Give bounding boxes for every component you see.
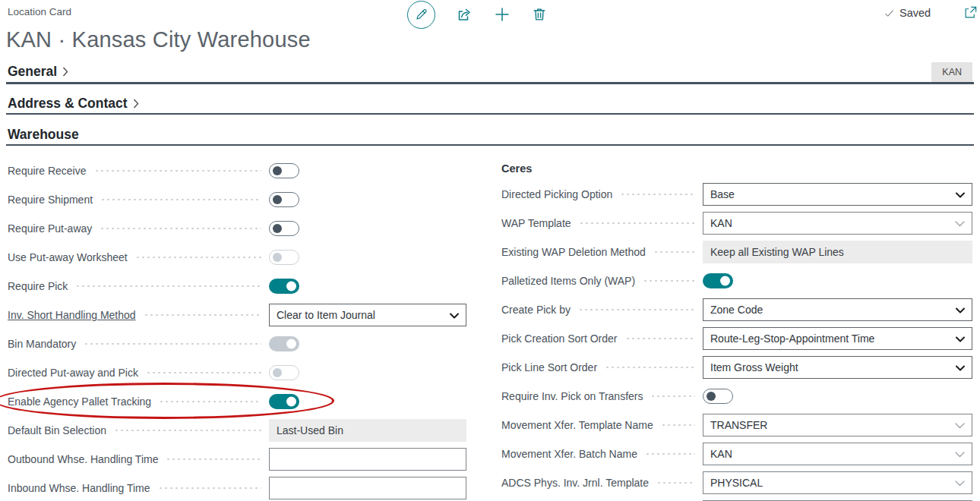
field-label: Enable Agency Pallet Tracking	[8, 395, 154, 408]
inv-short-handling-method-select[interactable]: Clear to Item Journal	[269, 304, 466, 326]
lookup-value: KAN	[710, 217, 732, 229]
section-label: Address & Contact	[8, 96, 128, 112]
dotted-leader	[94, 170, 262, 172]
action-bar	[407, 0, 548, 29]
enable-agency-pallet-tracking-toggle[interactable]	[269, 394, 299, 409]
chevron-right-icon	[62, 67, 68, 77]
field-label: Require Shipment	[8, 194, 96, 206]
plus-icon	[493, 5, 511, 24]
toggle-knob	[273, 166, 282, 175]
dotted-leader	[578, 309, 695, 310]
toggle-knob	[273, 195, 282, 204]
field-label: Movement Xfer. Batch Name	[501, 448, 640, 460]
inbound-whse-handling-time-input[interactable]	[269, 477, 466, 499]
field-row-inv-short-handling-method: Inv. Short Handling Method Clear to Item…	[8, 301, 466, 329]
adcs-phys-inv-jrnl-template-lookup[interactable]: PHYSICAL	[703, 471, 972, 494]
field-label: Directed Put-away and Pick	[8, 367, 141, 379]
toggle-knob	[720, 276, 730, 286]
dotted-leader	[100, 228, 261, 229]
field-row-directed-put-away-and-pick: Directed Put-away and Pick	[8, 358, 466, 387]
field-row-pick-line-sort-order: Pick Line Sort Order Item Gross Weight	[501, 353, 972, 382]
field-row-bin-mandatory: Bin Mandatory	[8, 329, 466, 358]
section-divider	[6, 144, 974, 146]
record-badge: KAN	[931, 62, 972, 82]
toggle-knob	[273, 224, 282, 233]
dotted-leader	[650, 395, 695, 397]
field-label: WAP Template	[501, 217, 574, 229]
pick-line-sort-order-select[interactable]: Item Gross Weight	[703, 356, 972, 379]
field-row-default-bin-selection: Default Bin Selection Last-Used Bin	[8, 416, 466, 445]
field-row-use-put-away-worksheet: Use Put-away Worksheet	[8, 243, 466, 272]
dotted-leader	[158, 487, 261, 489]
movement-xfer-batch-name-lookup[interactable]: KAN	[703, 443, 972, 465]
dotted-leader	[645, 453, 695, 455]
require-inv-pick-on-transfers-toggle[interactable]	[703, 389, 733, 404]
field-label: Existing WAP Deletion Method	[501, 246, 649, 258]
chevron-down-icon	[956, 332, 965, 345]
trash-icon	[531, 6, 548, 23]
field-row-wap-template: WAP Template KAN	[501, 209, 972, 238]
toggle-knob	[286, 282, 296, 291]
field-label: Pick Creation Sort Order	[501, 332, 621, 345]
directed-picking-option-select[interactable]: Base	[703, 183, 972, 206]
field-row-require-receive: Require Receive	[8, 156, 466, 185]
create-pick-by-select[interactable]: Zone Code	[703, 298, 972, 321]
lookup-value: PHYSICAL	[710, 477, 763, 489]
field-label: Inbound Whse. Handling Time	[8, 482, 153, 494]
dotted-leader	[656, 482, 695, 484]
movement-xfer-template-name-lookup[interactable]: TRANSFER	[703, 414, 972, 436]
new-button[interactable]	[493, 5, 511, 24]
field-row-require-put-away: Require Put-away	[8, 214, 466, 243]
outbound-whse-handling-time-input[interactable]	[269, 448, 466, 471]
field-row-directed-picking-option: Directed Picking Option Base	[501, 180, 972, 209]
checkmark-icon	[884, 8, 895, 19]
default-bin-selection-value: Last-Used Bin	[269, 419, 466, 442]
field-row-existing-wap-deletion-method: Existing WAP Deletion Method Keep all Ex…	[501, 238, 972, 266]
section-label: Warehouse	[8, 127, 79, 143]
save-status-label: Saved	[899, 7, 931, 19]
require-put-away-toggle[interactable]	[269, 221, 299, 236]
field-row-require-pick: Require Pick	[8, 272, 466, 301]
field-row-pick-creation-sort-order: Pick Creation Sort Order Route-Leg-Stop-…	[501, 324, 972, 353]
dotted-leader	[75, 285, 261, 287]
field-row-outbound-whse-handling-time: Outbound Whse. Handling Time	[8, 445, 466, 474]
field-label: Require Inv. Pick on Transfers	[501, 390, 646, 402]
field-row-palletized-items-only-wap: Palletized Items Only (WAP)	[501, 266, 972, 295]
chevron-right-icon	[133, 99, 139, 109]
require-pick-toggle[interactable]	[269, 279, 299, 294]
page-title: KAN · Kansas City Warehouse	[6, 27, 311, 52]
section-header-address-contact[interactable]: Address & Contact	[8, 96, 139, 112]
select-value: Base	[710, 188, 735, 200]
require-shipment-toggle[interactable]	[269, 192, 299, 207]
existing-wap-deletion-method-value: Keep all Existing WAP Lines	[703, 241, 972, 263]
require-receive-toggle[interactable]	[269, 163, 299, 178]
chevron-down-icon	[450, 308, 459, 322]
toggle-knob	[273, 368, 282, 377]
palletized-items-only-wap-toggle[interactable]	[703, 273, 733, 288]
open-in-new-window-icon	[963, 5, 978, 20]
field-row-movement-xfer-batch-name: Movement Xfer. Batch Name KAN	[501, 440, 972, 468]
field-label: Directed Picking Option	[501, 188, 615, 200]
field-label: ADCS Phys. Inv. Jrnl. Template	[501, 477, 652, 489]
dotted-leader	[146, 372, 261, 373]
bin-mandatory-toggle	[269, 336, 299, 351]
share-button[interactable]	[455, 5, 473, 24]
open-in-new-window-button[interactable]	[963, 5, 978, 23]
field-label: Bin Mandatory	[8, 338, 79, 350]
field-row-create-pick-by: Create Pick by Zone Code	[501, 295, 972, 324]
section-header-warehouse[interactable]: Warehouse	[8, 127, 79, 143]
section-header-general[interactable]: General	[8, 64, 68, 80]
field-label: Use Put-away Worksheet	[8, 251, 131, 263]
wap-template-lookup[interactable]: KAN	[703, 212, 972, 235]
edit-button[interactable]	[407, 1, 435, 29]
delete-button[interactable]	[531, 6, 548, 23]
pick-creation-sort-order-select[interactable]: Route-Leg-Stop-Appointment Time	[703, 327, 972, 350]
section-divider	[6, 113, 974, 115]
dotted-leader	[84, 343, 261, 345]
field-label: Outbound Whse. Handling Time	[8, 453, 161, 465]
toggle-knob	[273, 253, 282, 262]
lookup-value: KAN	[710, 448, 732, 460]
chevron-down-icon	[955, 447, 965, 461]
select-value: Zone Code	[710, 304, 763, 316]
select-value: Item Gross Weight	[710, 361, 798, 373]
